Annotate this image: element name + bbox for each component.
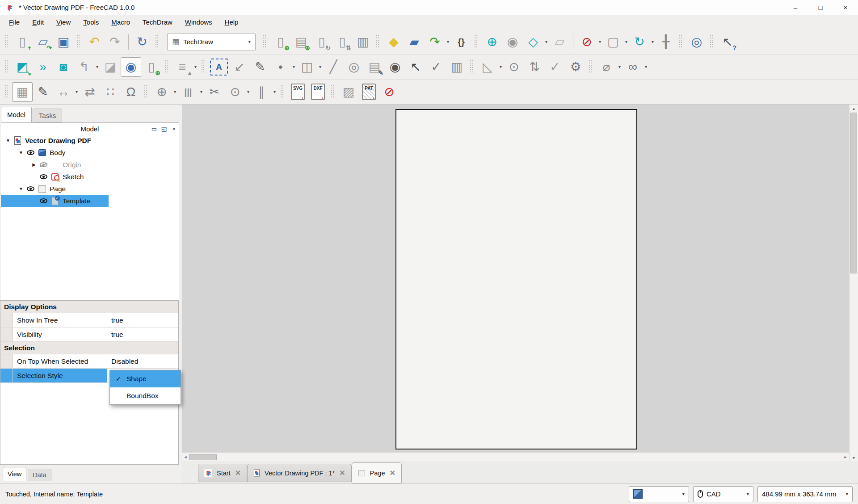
view-cube-button[interactable]: ▢ xyxy=(603,32,623,52)
toggle-visibility-button[interactable]: ◉ xyxy=(385,57,405,77)
toolbar-handle-view[interactable] xyxy=(475,35,478,49)
expander-icon[interactable]: ▼ xyxy=(4,138,12,143)
toolbar-handle-help[interactable] xyxy=(710,35,713,49)
leader-line-button[interactable]: ↙ xyxy=(229,57,250,77)
toolbar-handle-workbench[interactable] xyxy=(156,35,159,49)
maximize-button[interactable]: □ xyxy=(808,0,833,15)
tree-item-template[interactable]: Template xyxy=(1,195,179,207)
extend-shorten-line-button[interactable]: ↔ xyxy=(53,82,74,102)
make-link-button[interactable]: ↷ xyxy=(425,32,445,52)
toolbar-handle-techdraw-pages[interactable] xyxy=(263,35,266,49)
property-tab-data[interactable]: Data xyxy=(28,469,51,481)
circle-centerlines-group-dropdown-icon[interactable]: ▾ xyxy=(245,89,251,94)
scroll-right-icon[interactable]: ▸ xyxy=(842,454,849,459)
close-panel-icon[interactable]: × xyxy=(169,126,179,132)
document-tab-page[interactable]: Page✕ xyxy=(352,462,402,483)
centerline-group-button[interactable]: ◫ xyxy=(297,57,317,77)
refresh-button[interactable]: ↻ xyxy=(132,32,152,52)
projection-group-button[interactable]: » xyxy=(33,57,53,77)
property-group-display-options[interactable]: Display Options xyxy=(0,301,178,313)
toolbar-handle-techdraw-annotation[interactable] xyxy=(202,60,205,74)
whats-this-button[interactable]: ↖? xyxy=(717,32,738,52)
menu-windows[interactable]: Windows xyxy=(179,16,219,29)
menu-macro[interactable]: Macro xyxy=(105,16,136,29)
property-group-selection[interactable]: Selection xyxy=(0,342,178,354)
redo-button[interactable]: ↷ xyxy=(105,32,125,52)
diameter-group-dropdown-icon[interactable]: ▾ xyxy=(617,64,622,69)
dock-overlay-button[interactable]: ⊘ xyxy=(576,32,597,52)
close-tab-icon[interactable]: ✕ xyxy=(235,469,241,477)
toolbar-handle-techdraw-extensions[interactable] xyxy=(470,60,473,74)
dock-icon[interactable]: ▭ xyxy=(149,126,159,132)
isometric-view-button[interactable]: ◇ xyxy=(523,32,543,52)
parallel-group-button[interactable]: ∥ xyxy=(251,82,272,102)
scroll-left-icon[interactable]: ◂ xyxy=(182,454,189,459)
page-size-combo[interactable]: 484.99 mm x 363.74 mm ▾ xyxy=(757,486,853,502)
lock-unlock-view-button[interactable]: ⇄ xyxy=(80,82,100,102)
float-icon[interactable]: ◱ xyxy=(159,126,169,132)
search-document-button[interactable]: ◎ xyxy=(686,32,707,52)
workbench-selector[interactable]: ▦TechDraw▾ xyxy=(167,33,256,51)
section-group-button[interactable]: ↰ xyxy=(74,57,94,77)
3d-viewport[interactable] xyxy=(182,105,849,452)
menu-help[interactable]: Help xyxy=(219,16,245,29)
menu-edit[interactable]: Edit xyxy=(26,16,50,29)
symbol-bars-button[interactable]: ▥ xyxy=(446,57,467,77)
property-row-on-top-when-selected[interactable]: On Top When SelectedDisabled xyxy=(0,354,178,369)
toolbar-handle-techdraw-attributes[interactable] xyxy=(589,60,592,74)
insert-page-button[interactable]: ▯⊕ xyxy=(270,32,291,52)
print-button[interactable]: ▥ xyxy=(353,32,373,52)
select-arrow-button[interactable]: ↖ xyxy=(405,57,426,77)
dimension-check-button[interactable]: ✓ xyxy=(426,57,446,77)
zoom-tools-button[interactable]: ↻ xyxy=(629,32,650,52)
menu-file[interactable]: File xyxy=(3,16,26,29)
property-value[interactable]: true xyxy=(107,313,178,327)
insert-page-from-template-button[interactable]: ▤⊕ xyxy=(291,32,311,52)
tree-item-document-vector-drawing-pdf[interactable]: ▼Vector Drawing PDF xyxy=(1,134,179,147)
navigation-style-combo[interactable]: CAD ▾ xyxy=(693,486,753,502)
document-tab-vector-drawing-pdf-1-[interactable]: Vector Drawing PDF : 1*✕ xyxy=(247,464,352,482)
undo-button[interactable]: ↶ xyxy=(84,32,105,52)
select-line-attributes-button[interactable]: ▦ xyxy=(12,82,33,102)
centermark-group-dropdown-icon[interactable]: ▾ xyxy=(172,89,178,94)
expression-editor-button[interactable]: {} xyxy=(451,32,471,52)
wrench-tool-button[interactable]: ⚙ xyxy=(565,57,586,77)
expander-icon[interactable]: ▼ xyxy=(17,150,25,155)
minimize-button[interactable]: – xyxy=(783,0,808,15)
make-group-button[interactable]: ▰ xyxy=(404,32,425,52)
property-tab-view[interactable]: View xyxy=(3,467,26,481)
panel-tab-model[interactable]: Model xyxy=(1,107,32,122)
tree-item-sketch[interactable]: Sketch xyxy=(1,171,179,183)
menu-techdraw[interactable]: TechDraw xyxy=(136,16,179,29)
panel-tab-tasks[interactable]: Tasks xyxy=(33,109,62,122)
align-view-button[interactable]: ▱ xyxy=(549,32,570,52)
ordinate-group-dropdown-icon[interactable]: ▾ xyxy=(198,89,204,94)
insert-view-button[interactable]: ◩↘ xyxy=(12,57,33,77)
circle-centerlines-group-button[interactable]: ⊙ xyxy=(225,82,245,102)
close-tab-icon[interactable]: ✕ xyxy=(339,469,345,477)
document-tab-start[interactable]: FStart✕ xyxy=(198,464,247,482)
zoom-tools-dropdown-icon[interactable]: ▾ xyxy=(650,39,656,44)
remove-hatch-button[interactable]: ⊘ xyxy=(379,82,400,102)
property-row-visibility[interactable]: Visibilitytrue xyxy=(0,328,178,342)
close-tab-icon[interactable]: ✕ xyxy=(389,469,395,477)
toolbar-handle-edit[interactable] xyxy=(77,35,80,49)
cosmetic-vertex-dropdown-icon[interactable]: ▾ xyxy=(291,64,297,69)
dropdown-option-boundbox[interactable]: BoundBox xyxy=(110,387,181,404)
centermark-group-button[interactable]: ⊕ xyxy=(151,82,172,102)
change-line-attributes-button[interactable]: ✎ xyxy=(33,82,53,102)
magnify-detail-button[interactable]: ⊙ xyxy=(504,57,524,77)
draft-view-button[interactable]: ▯⊕ xyxy=(141,57,162,77)
fit-all-button[interactable]: ⊕ xyxy=(482,32,502,52)
section-group-dropdown-icon[interactable]: ▾ xyxy=(94,64,100,69)
complex-section-button[interactable]: ◪ xyxy=(100,57,121,77)
hatch-region-button[interactable]: ▨ xyxy=(338,82,359,102)
geometric-hatch-icon[interactable]: PAT xyxy=(362,84,376,100)
lens-group-button[interactable]: ∞ xyxy=(622,57,643,77)
close-button[interactable]: × xyxy=(833,0,858,15)
property-row-show-in-tree[interactable]: Show In Treetrue xyxy=(0,313,178,328)
scroll-up-icon[interactable]: ▴ xyxy=(850,105,858,112)
diameter-group-button[interactable]: ⌀ xyxy=(596,57,617,77)
setsquare-group-dropdown-icon[interactable]: ▾ xyxy=(498,64,504,69)
vertical-scroll-thumb[interactable] xyxy=(850,113,857,273)
